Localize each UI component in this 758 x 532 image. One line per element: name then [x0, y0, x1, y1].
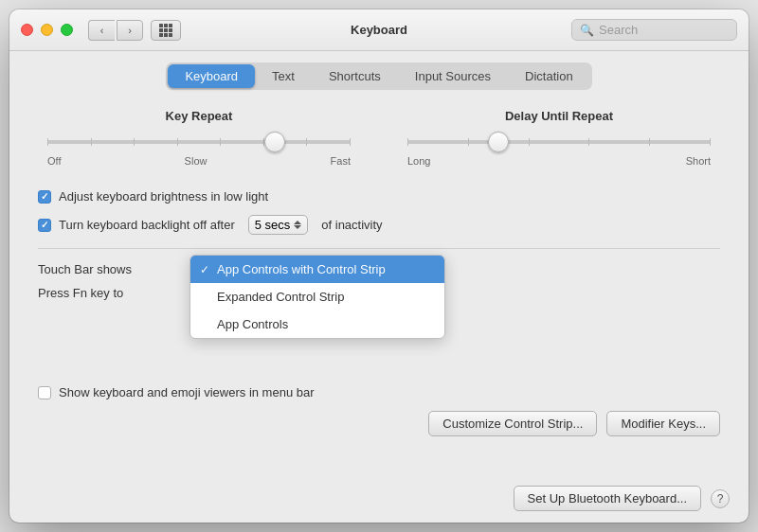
window-title: Keyboard [351, 23, 407, 37]
key-repeat-fast-label: Fast [331, 155, 351, 167]
backlight-suffix: of inactivity [321, 218, 382, 232]
backlight-label: Turn keyboard backlight off after [59, 218, 235, 232]
key-repeat-track [47, 140, 351, 144]
fn-key-label: Press Fn key to [38, 286, 123, 300]
dropdown-item-label-2: App Controls [217, 317, 288, 331]
dropdown-item-expanded-strip[interactable]: Expanded Control Strip [190, 283, 444, 310]
close-button[interactable] [21, 24, 33, 36]
tab-text[interactable]: Text [255, 64, 312, 88]
key-repeat-track-container [47, 133, 351, 151]
key-repeat-ticks [47, 138, 351, 146]
delay-repeat-label: Delay Until Repeat [505, 109, 613, 123]
minimize-button[interactable] [41, 24, 53, 36]
emoji-viewer-checkbox-row: Show keyboard and emoji viewers in menu … [38, 385, 720, 399]
nav-buttons: ‹ › [88, 20, 143, 41]
separator-1 [38, 248, 720, 249]
delay-repeat-track [407, 140, 711, 144]
brightness-label: Adjust keyboard brightness in low light [59, 189, 268, 204]
tab-input-sources[interactable]: Input Sources [398, 64, 508, 88]
arrow-up-icon [294, 221, 301, 224]
touch-bar-dropdown-menu[interactable]: ✓ App Controls with Control Strip Expand… [190, 255, 445, 339]
tab-shortcuts[interactable]: Shortcuts [312, 64, 398, 88]
backlight-checkbox-row: ✓ Turn keyboard backlight off after 5 se… [38, 215, 720, 235]
checkmark-icon: ✓ [41, 192, 48, 202]
backlight-time-select[interactable]: 5 secs [248, 215, 309, 235]
search-box[interactable]: 🔍 [571, 19, 737, 41]
key-repeat-off-label: Off [47, 155, 61, 167]
backlight-time-value: 5 secs [255, 218, 291, 232]
emoji-viewer-label: Show keyboard and emoji viewers in menu … [59, 385, 315, 399]
search-icon: 🔍 [580, 24, 594, 37]
delay-repeat-track-container [407, 133, 711, 151]
tab-keyboard[interactable]: Keyboard [168, 64, 255, 88]
grid-icon [159, 24, 172, 37]
search-input[interactable] [599, 23, 729, 37]
key-repeat-slow-label: Slow [185, 155, 208, 167]
delay-repeat-group: Delay Until Repeat Long Short [407, 109, 711, 167]
select-arrows [294, 221, 301, 229]
brightness-checkbox[interactable]: ✓ [38, 190, 51, 204]
touch-bar-label: Touch Bar shows [38, 262, 132, 276]
tab-dictation[interactable]: Dictation [508, 64, 590, 88]
delay-repeat-long-label: Long [407, 155, 430, 167]
customize-button[interactable]: Customize Control Strip... [428, 411, 597, 436]
delay-repeat-labels: Long Short [407, 155, 711, 167]
emoji-viewer-checkbox[interactable] [38, 386, 51, 399]
delay-repeat-thumb[interactable] [488, 132, 509, 152]
dropdown-item-label-1: Expanded Control Strip [217, 290, 344, 304]
delay-repeat-short-label: Short [686, 155, 711, 167]
titlebar: ‹ › Keyboard 🔍 [9, 9, 749, 51]
brightness-checkbox-row: ✓ Adjust keyboard brightness in low ligh… [38, 189, 720, 204]
dropdown-item-label-0: App Controls with Control Strip [217, 262, 386, 276]
key-repeat-thumb[interactable] [264, 132, 285, 152]
traffic-lights [21, 24, 73, 36]
key-repeat-labels: Off Slow Fast [47, 155, 351, 167]
keyboard-preferences-window: ‹ › Keyboard 🔍 Keyboard Text Shortcuts I… [9, 9, 749, 523]
grid-button[interactable] [151, 20, 181, 41]
sliders-row: Key Repeat Off Slow Fast [38, 109, 720, 167]
dropdown-item-app-controls[interactable]: App Controls [190, 310, 444, 338]
forward-button[interactable]: › [117, 20, 143, 41]
help-button[interactable]: ? [711, 489, 730, 508]
back-button[interactable]: ‹ [88, 20, 115, 41]
checkmark-icon-2: ✓ [41, 221, 48, 230]
tabs-bar: Keyboard Text Shortcuts Input Sources Di… [9, 51, 749, 90]
dropdown-item-app-controls-strip[interactable]: ✓ App Controls with Control Strip [190, 256, 444, 283]
bottom-buttons-row: Customize Control Strip... Modifier Keys… [38, 411, 720, 436]
footer-row: Set Up Bluetooth Keyboard... ? [9, 474, 749, 523]
delay-repeat-ticks [407, 138, 711, 146]
key-repeat-label: Key Repeat [166, 109, 233, 123]
selected-checkmark-icon: ✓ [200, 263, 209, 276]
content-area: Key Repeat Off Slow Fast [9, 90, 749, 474]
key-repeat-group: Key Repeat Off Slow Fast [47, 109, 351, 167]
tabs-container: Keyboard Text Shortcuts Input Sources Di… [166, 62, 591, 90]
arrow-down-icon [294, 225, 301, 229]
bluetooth-button[interactable]: Set Up Bluetooth Keyboard... [514, 486, 701, 511]
modifier-button[interactable]: Modifier Keys... [606, 411, 720, 436]
maximize-button[interactable] [61, 24, 73, 36]
backlight-checkbox[interactable]: ✓ [38, 219, 51, 232]
